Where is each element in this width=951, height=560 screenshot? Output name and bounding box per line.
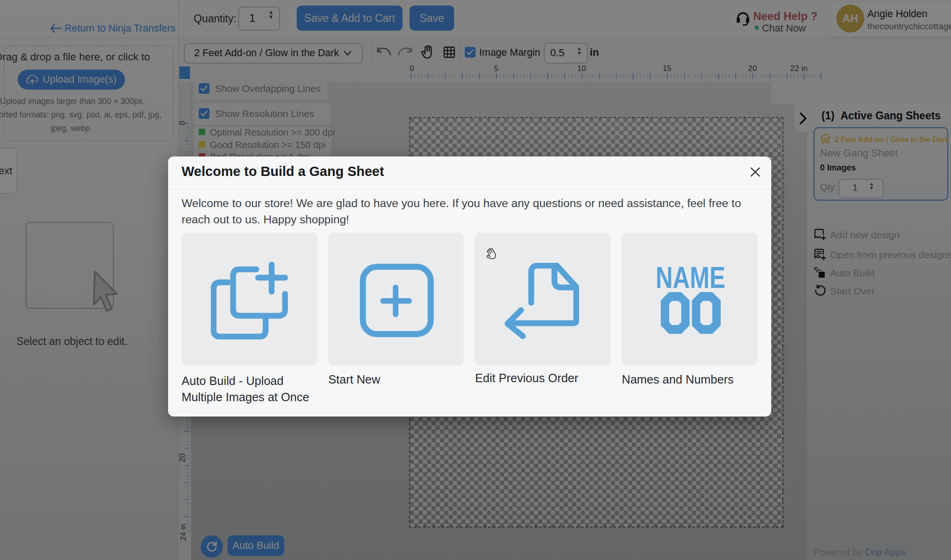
svg-text:NAME: NAME xyxy=(656,263,725,294)
